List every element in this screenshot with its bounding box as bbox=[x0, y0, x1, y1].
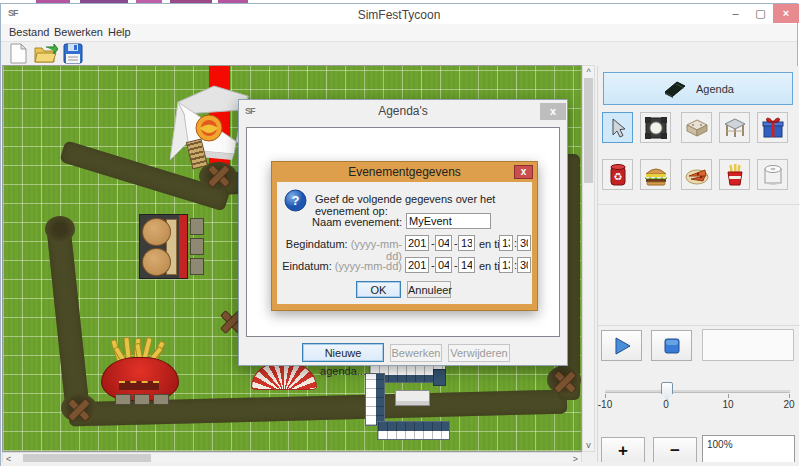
event-dialog-body: ? Geef de volgende gegevens over het eve… bbox=[277, 182, 532, 304]
svg-text:?: ? bbox=[292, 193, 300, 208]
stage-icon bbox=[685, 117, 709, 139]
slider-tick bbox=[728, 394, 729, 398]
spotlight-icon bbox=[644, 116, 668, 140]
open-folder-icon bbox=[34, 44, 58, 64]
select-cursor-icon bbox=[607, 117, 629, 139]
tool-fries-button[interactable] bbox=[719, 159, 750, 190]
zoom-level-field[interactable]: 100% bbox=[702, 435, 795, 465]
tool-stage-button[interactable] bbox=[681, 112, 712, 143]
barrier-column[interactable] bbox=[365, 373, 385, 426]
toolbar bbox=[1, 42, 797, 66]
play-icon bbox=[612, 336, 632, 356]
scrollbar-thumb[interactable] bbox=[584, 78, 593, 183]
start-minute-input[interactable] bbox=[517, 235, 531, 251]
application-window: SF SimFestTycoon – ▢ × Bestand Bewerken … bbox=[0, 0, 800, 467]
scaffold-icon bbox=[723, 117, 747, 139]
fries-counter bbox=[119, 381, 159, 390]
agendas-close-button[interactable]: x bbox=[540, 103, 566, 120]
event-dialog-title: Evenementgegevens bbox=[272, 165, 537, 179]
start-day-input[interactable] bbox=[458, 235, 475, 251]
window-bottom-edge bbox=[1, 462, 797, 466]
start-year-input[interactable] bbox=[405, 235, 429, 251]
scroll-down-icon[interactable]: v bbox=[583, 440, 594, 450]
stop-icon bbox=[663, 337, 681, 355]
burger-top bbox=[142, 248, 171, 276]
event-dialog: Evenementgegevens x ? Geef de volgende g… bbox=[271, 161, 538, 311]
edit-agenda-button[interactable]: Bewerken bbox=[390, 344, 442, 362]
bench[interactable] bbox=[115, 394, 169, 405]
menu-help[interactable]: Help bbox=[108, 26, 131, 38]
maximize-button[interactable]: ▢ bbox=[748, 4, 773, 23]
event-close-button[interactable]: x bbox=[514, 165, 533, 179]
end-month-input[interactable] bbox=[435, 257, 452, 273]
burger-stand[interactable] bbox=[139, 214, 188, 279]
cancel-button[interactable]: Annuleer bbox=[407, 281, 451, 298]
tool-gift-button[interactable] bbox=[757, 112, 788, 143]
start-date-label: Begindatum: (yyyy-mm-dd) bbox=[277, 238, 402, 262]
path-corner bbox=[45, 216, 75, 242]
speed-slider-thumb[interactable] bbox=[661, 382, 673, 400]
agenda-button-label: Agenda bbox=[696, 83, 734, 95]
path-cross-marker bbox=[65, 396, 91, 422]
end-hour-input[interactable] bbox=[499, 257, 513, 273]
tool-select-cursor-button[interactable] bbox=[602, 112, 633, 143]
delete-agenda-button[interactable]: Verwijderen bbox=[448, 344, 510, 362]
agenda-button[interactable]: Agenda bbox=[603, 72, 793, 105]
toilet-roll-icon bbox=[762, 163, 784, 187]
sidebar: Agenda bbox=[597, 66, 799, 466]
barrier-post bbox=[433, 369, 446, 386]
end-day-input[interactable] bbox=[458, 257, 475, 273]
save-button[interactable] bbox=[63, 43, 83, 64]
close-button[interactable]: × bbox=[773, 4, 799, 23]
barrier-row[interactable] bbox=[377, 421, 450, 440]
slider-label: -10 bbox=[598, 399, 612, 410]
menu-bewerken[interactable]: Bewerken bbox=[54, 26, 103, 38]
burger-top bbox=[142, 218, 171, 246]
tool-spotlight-button[interactable] bbox=[640, 112, 671, 143]
gift-icon bbox=[761, 116, 785, 140]
pizza-icon bbox=[685, 164, 709, 186]
agendas-dialog-title: Agenda's bbox=[239, 104, 567, 118]
tool-pizza-button[interactable] bbox=[681, 159, 712, 190]
market-table[interactable] bbox=[395, 390, 430, 406]
vertical-scrollbar[interactable]: ^ v bbox=[582, 65, 595, 452]
scroll-up-icon[interactable]: ^ bbox=[583, 67, 594, 77]
tool-scaffold-button[interactable] bbox=[719, 112, 750, 143]
new-document-icon bbox=[9, 43, 28, 64]
zoom-out-button[interactable]: − bbox=[653, 437, 697, 464]
slider-label: 10 bbox=[722, 399, 733, 410]
menu-bar: Bestand Bewerken Help bbox=[1, 24, 797, 42]
open-button[interactable] bbox=[34, 44, 58, 64]
tool-toilet-button[interactable] bbox=[757, 159, 788, 190]
fries-icon bbox=[725, 163, 745, 187]
play-button[interactable] bbox=[601, 330, 642, 361]
agenda-book-icon bbox=[662, 79, 686, 99]
new-agenda-button[interactable]: Nieuwe agenda... bbox=[302, 343, 384, 362]
start-hour-input[interactable] bbox=[499, 235, 513, 251]
tool-burger-button[interactable] bbox=[640, 159, 671, 190]
bench[interactable] bbox=[190, 218, 204, 275]
zoom-in-button[interactable]: + bbox=[601, 437, 645, 464]
main-window: SF SimFestTycoon – ▢ × Bestand Bewerken … bbox=[0, 3, 798, 466]
question-icon: ? bbox=[284, 189, 307, 212]
speed-slider-track[interactable] bbox=[605, 390, 790, 393]
save-icon bbox=[63, 43, 83, 64]
status-panel bbox=[702, 329, 794, 361]
slider-label: 20 bbox=[783, 399, 794, 410]
window-title: SimFestTycoon bbox=[1, 8, 797, 22]
path-left bbox=[46, 223, 90, 412]
sidebar-divider bbox=[598, 204, 800, 205]
minimize-button[interactable]: – bbox=[723, 4, 748, 23]
menu-bestand[interactable]: Bestand bbox=[9, 26, 49, 38]
stop-button[interactable] bbox=[651, 330, 692, 361]
svg-text:♻: ♻ bbox=[613, 171, 622, 182]
new-document-button[interactable] bbox=[9, 43, 28, 64]
title-bar[interactable]: SF SimFestTycoon – ▢ × bbox=[1, 4, 797, 24]
event-name-input[interactable] bbox=[406, 213, 491, 229]
start-month-input[interactable] bbox=[435, 235, 452, 251]
tool-trash-button[interactable]: ♻ bbox=[602, 159, 633, 190]
end-year-input[interactable] bbox=[405, 257, 429, 273]
ok-button[interactable]: OK bbox=[356, 281, 401, 298]
end-minute-input[interactable] bbox=[517, 257, 531, 273]
sidebar-divider bbox=[598, 325, 800, 326]
